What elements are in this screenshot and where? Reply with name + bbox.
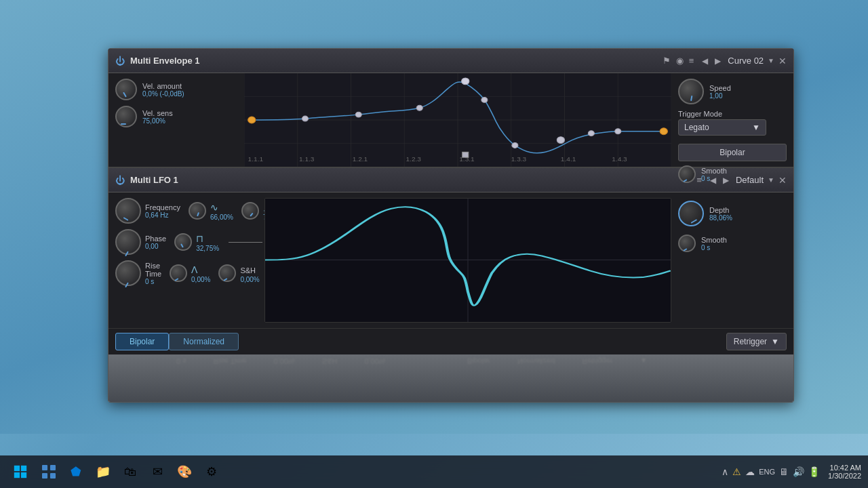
taskbar-paint-btn[interactable]: 🎨 (172, 460, 197, 484)
phase-row: Phase 0,00 ⊓ 32,75% (115, 229, 258, 255)
svg-rect-40 (50, 465, 56, 470)
svg-point-20 (248, 117, 256, 123)
phase-value: 0,00 (145, 243, 166, 250)
svg-text:1.1.1: 1.1.1 (248, 156, 263, 163)
envelope-pin-icon[interactable]: ⚑ (663, 56, 671, 66)
lfo-menu-icon[interactable]: ≡ (696, 175, 702, 185)
cloud-icon[interactable]: ☁ (745, 466, 755, 477)
envelope-preset-dropdown[interactable]: ▼ (768, 57, 774, 64)
depth-value: 88,06% (709, 214, 732, 222)
lfo-close-btn[interactable]: ✕ (778, 175, 787, 186)
sah-group: S&H 0,00% (218, 264, 259, 283)
rise-group: Rise Time 0 s (115, 260, 161, 286)
wave3-value: 32,75% (196, 245, 219, 252)
rise-value: 0 s (145, 278, 161, 285)
smooth-lfo-knob[interactable] (678, 235, 696, 252)
svg-text:1.2.3: 1.2.3 (406, 156, 421, 163)
reflection-content: 0 s Rise Time 0,00% S&H 0,00% Bipolar No… (108, 354, 793, 368)
lfo-title: Multi LFO 1 (130, 175, 683, 185)
svg-point-21 (302, 116, 309, 121)
taskbar-store-btn[interactable]: 🛍 (118, 460, 142, 484)
envelope-header: ⏻ Multi Envelope 1 ⚑ ◉ ≡ ◀ ▶ Curve 02 ▼ … (108, 49, 793, 73)
envelope-next-btn[interactable]: ▶ (712, 55, 724, 67)
taskbar-edge-btn[interactable]: ⬟ (64, 460, 88, 484)
lfo-preset-name: Default (732, 175, 768, 185)
svg-rect-38 (21, 472, 26, 478)
lfo-power-btn[interactable]: ⏻ (115, 175, 125, 186)
chevron-up-icon[interactable]: ∧ (722, 466, 728, 477)
smooth-env-knob[interactable] (678, 165, 696, 183)
lfo-prev-btn[interactable]: ◀ (707, 174, 719, 186)
freq-label-group: Frequency 0,64 Hz (145, 203, 180, 219)
env-controls-left: Vel. amount 0,0% (-0,0dB) Vel. sens 75,0… (108, 73, 244, 167)
envelope-menu-icon[interactable]: ≡ (689, 56, 694, 66)
depth-knob[interactable] (678, 201, 704, 226)
trigger-mode-dropdown[interactable]: Legato ▼ (678, 119, 766, 136)
svg-text:1.3.3: 1.3.3 (511, 156, 526, 163)
lfo-normalized-btn[interactable]: Normalized (169, 333, 239, 350)
rise-knob[interactable] (115, 260, 141, 286)
taskbar-mail-btn[interactable]: ✉ (145, 460, 170, 484)
smooth-lfo-value: 0 s (701, 244, 727, 251)
phase-group: Phase 0,00 (115, 229, 166, 255)
mangle-knob[interactable] (170, 264, 187, 282)
freq-knob[interactable] (115, 198, 141, 224)
language-label[interactable]: ENG (759, 468, 775, 476)
plugin-window: ⏻ Multi Envelope 1 ⚑ ◉ ≡ ◀ ▶ Curve 02 ▼ … (108, 48, 794, 403)
battery-icon[interactable]: 🔋 (808, 466, 820, 477)
svg-point-30 (660, 128, 667, 135)
lfo-nav: ◀ ▶ (707, 174, 732, 186)
sine-wave-icon: ∿ (210, 202, 218, 213)
lfo-preset-dropdown[interactable]: ▼ (768, 176, 774, 184)
envelope-prev-btn[interactable]: ◀ (699, 55, 711, 67)
lfo-bipolar-btn[interactable]: Bipolar (115, 333, 169, 350)
speed-knob[interactable] (678, 79, 704, 104)
phase-label-group: Phase 0,00 (145, 235, 166, 250)
taskbar-widgets-btn[interactable] (37, 460, 61, 484)
sah-knob[interactable] (218, 264, 236, 282)
wave2-knob[interactable] (241, 202, 259, 220)
lfo-next-btn[interactable]: ▶ (720, 174, 732, 186)
phase-knob[interactable] (115, 229, 141, 255)
depth-name: Depth (709, 206, 732, 214)
svg-rect-35 (14, 466, 20, 471)
envelope-power-btn[interactable]: ⏻ (115, 56, 125, 66)
rise-row: Rise Time 0 s Λ 0,00% (115, 260, 258, 286)
svg-rect-37 (14, 472, 20, 478)
depth-label-group: Depth 88,06% (709, 206, 732, 222)
speed-name: Speed (709, 84, 731, 92)
lfo-section: Frequency 0,64 Hz ∿ 66,00% (108, 192, 793, 354)
smooth-lfo-name: Smooth (701, 236, 727, 244)
monitor-icon[interactable]: 🖥 (779, 466, 789, 477)
taskbar-explorer-btn[interactable]: 📁 (91, 460, 115, 484)
freq-row: Frequency 0,64 Hz ∿ 66,00% (115, 198, 258, 224)
speed-row: Speed 1,00 (678, 79, 787, 104)
svg-text:1.4.1: 1.4.1 (561, 156, 576, 163)
warning-icon[interactable]: ⚠ (732, 466, 741, 477)
vel-sens-knob[interactable] (115, 106, 137, 127)
vel-amount-knob[interactable] (115, 79, 137, 100)
sah-name: S&H (240, 266, 256, 274)
lfo-retrigger-btn[interactable]: Retrigger ▼ (726, 333, 787, 350)
vel-amount-value: 0,0% (-0,0dB) (142, 90, 184, 98)
taskbar-datetime[interactable]: 10:42 AM 1/30/2022 (828, 464, 861, 480)
lfo-display[interactable] (264, 198, 671, 323)
wave3-knob[interactable] (174, 233, 192, 251)
vel-amount-name: Vel. amount (142, 82, 184, 90)
wave1-knob[interactable] (189, 202, 206, 220)
svg-point-23 (416, 105, 422, 110)
volume-icon[interactable]: 🔊 (793, 466, 804, 477)
bipolar-btn[interactable]: Bipolar (678, 144, 787, 161)
lfo-bottom-row: Bipolar Normalized Retrigger ▼ (108, 328, 793, 354)
envelope-eye-icon[interactable]: ◉ (676, 56, 684, 66)
lfo-controls-right: Depth 88,06% Smooth 0 s (678, 198, 787, 323)
start-button[interactable] (7, 458, 34, 485)
taskbar-settings-btn[interactable]: ⚙ (199, 460, 224, 484)
envelope-close-btn[interactable]: ✕ (778, 56, 787, 66)
envelope-display[interactable]: 1.1.1 1.1.3 1.2.1 1.2.3 1.3.1 1.3.3 1.4.… (244, 73, 671, 167)
svg-point-25 (481, 97, 488, 102)
trigger-mode-dropdown-arrow: ▼ (752, 123, 760, 132)
svg-point-24 (462, 78, 469, 85)
sah-value: 0,00% (240, 276, 259, 283)
vel-sens-label-group: Vel. sens 75,00% (142, 109, 173, 125)
